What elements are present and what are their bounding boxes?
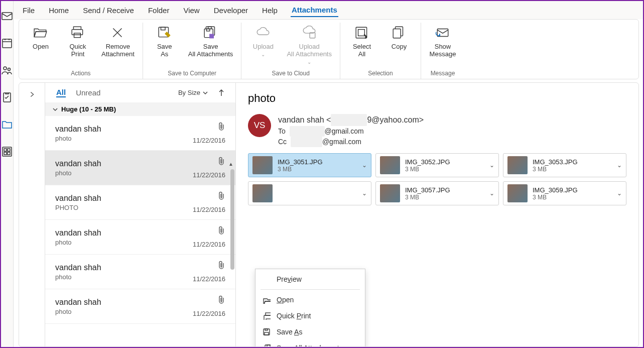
attachment-icon [217, 226, 225, 237]
menu-separator [261, 289, 360, 290]
attachment-chip[interactable]: IMG_3059.JPG3 MB⌄ [503, 181, 626, 205]
message-date: 11/22/2016 [193, 171, 225, 179]
attachment-chip[interactable]: IMG_3051.JPG3 MB⌄ [248, 153, 371, 177]
message-item[interactable]: vandan shahphoto11/22/2016 [45, 151, 235, 185]
svg-rect-19 [209, 34, 213, 38]
attachment-chip[interactable]: IMG_3053.JPG3 MB⌄ [503, 153, 626, 177]
attachment-filename: IMG_3053.JPG [533, 158, 612, 166]
ctx-item-label: Save As [277, 328, 302, 336]
attachment-size: 3 MB [533, 194, 612, 201]
open-label: Open [33, 43, 49, 50]
tab-help[interactable]: Help [261, 4, 279, 17]
attachment-size: 3 MB [405, 194, 484, 201]
ctx-preview[interactable]: Preview [255, 271, 365, 287]
people-icon[interactable] [1, 64, 13, 76]
tab-send-receive[interactable]: Send / Receive [82, 4, 135, 17]
attachment-chip[interactable]: IMG_3052.JPG3 MB⌄ [375, 153, 499, 177]
filter-all[interactable]: All [56, 88, 66, 97]
saveall-button[interactable]: SaveAll Attachments [188, 23, 233, 58]
ctx-open[interactable]: Open [255, 292, 365, 308]
svg-rect-12 [74, 33, 81, 38]
message-item[interactable]: vandan shahphoto11/22/2016 [45, 289, 235, 324]
message-item[interactable]: vandan shahphoto11/22/2016 [45, 116, 235, 151]
mail-icon[interactable] [1, 10, 13, 22]
tab-home[interactable]: Home [48, 4, 70, 17]
attachment-filename: IMG_3059.JPG [533, 186, 612, 194]
scroll-up-arrow[interactable]: ▲ [228, 161, 234, 167]
ribbon-group-label: Selection [368, 68, 393, 79]
ribbon-group-actions: OpenQuickPrintRemoveAttachmentActions [19, 23, 143, 79]
quickprint-button[interactable]: QuickPrint [64, 23, 91, 58]
attachment-size: 3 MB [278, 166, 357, 173]
message-item[interactable]: vandan shahPHOTO11/22/2016 [45, 185, 235, 220]
uploadall-button: UploadAll Attachments⌄ [287, 23, 332, 65]
chevron-down-icon[interactable]: ⌄ [362, 190, 367, 197]
ctx-quick-print[interactable]: Quick Print [255, 308, 365, 324]
nav-rail [1, 1, 14, 347]
chevron-down-icon[interactable]: ⌄ [489, 162, 494, 169]
attachment-filename: IMG_3051.JPG [278, 158, 357, 166]
showmsg-button[interactable]: ShowMessage [429, 23, 456, 58]
ctx-save-all-attachments-[interactable]: Save All Attachments... [255, 340, 365, 347]
svg-rect-1 [3, 39, 12, 48]
svg-rect-24 [393, 29, 401, 38]
upload-button: Upload⌄ [249, 23, 277, 58]
scrollbar-thumb[interactable] [230, 169, 234, 270]
sort-dropdown[interactable]: By Size [178, 89, 208, 96]
tab-attachments[interactable]: Attachments [291, 4, 338, 17]
message-list-pane: All Unread By Size Huge (10 - 25 MB) van… [45, 83, 236, 346]
chevron-down-icon[interactable]: ⌄ [489, 190, 494, 197]
message-item[interactable]: vandan shahphoto11/22/2016 [45, 255, 235, 289]
message-header-info: vandan shah <xxxxxxxxx9@yahoo.com> To xx… [278, 114, 424, 147]
tab-view[interactable]: View [182, 4, 200, 17]
svg-rect-33 [267, 345, 270, 347]
group-header-label: Huge (10 - 25 MB) [61, 105, 116, 113]
message-date: 11/22/2016 [193, 310, 225, 317]
uploadall-label: UploadAll Attachments⌄ [287, 43, 332, 65]
apps-icon[interactable] [1, 146, 13, 158]
attachment-chip[interactable]: IMG_3057.JPG3 MB⌄ [375, 181, 499, 205]
showmsg-label: ShowMessage [430, 43, 456, 58]
tab-developer[interactable]: Developer [213, 4, 249, 17]
saveas-button[interactable]: SaveAs [151, 23, 178, 58]
tasks-icon[interactable] [1, 91, 13, 103]
removeatt-button[interactable]: RemoveAttachment [101, 23, 135, 58]
folder-pane-collapse[interactable] [19, 83, 45, 346]
ribbon: OpenQuickPrintRemoveAttachmentActionsSav… [19, 19, 639, 79]
svg-rect-14 [161, 27, 165, 30]
ctx-item-label: Open [277, 296, 294, 304]
sender-avatar: VS [248, 114, 271, 137]
message-subject-preview: photo [55, 135, 187, 142]
group-header-huge[interactable]: Huge (10 - 25 MB) [45, 102, 235, 116]
attachment-thumbnail [252, 184, 273, 202]
chevron-down-icon[interactable]: ⌄ [362, 162, 367, 169]
attachment-filename: IMG_3057.JPG [405, 186, 484, 194]
attachment-context-menu: PreviewOpenQuick PrintSave AsSave All At… [255, 269, 365, 347]
folder-nav-icon[interactable] [1, 119, 13, 131]
message-sender: vandan shah [55, 159, 187, 168]
selectall-button[interactable]: SelectAll [348, 23, 375, 58]
ribbon-group-save-to-cloud: Upload⌄UploadAll Attachments⌄Save to Clo… [241, 23, 340, 79]
chevron-down-icon[interactable]: ⌄ [617, 190, 622, 197]
ctx-save-as[interactable]: Save As [255, 324, 365, 340]
calendar-icon[interactable] [1, 37, 13, 49]
attachment-filename: IMG_3052.JPG [405, 158, 484, 166]
svg-rect-26 [266, 313, 271, 315]
ribbon-group-message: ShowMessageMessage [421, 23, 464, 79]
attachment-thumbnail [507, 184, 528, 202]
tab-file[interactable]: File [22, 4, 36, 17]
message-item[interactable]: vandan shahphoto11/22/2016 [45, 220, 235, 255]
attachment-icon [217, 157, 225, 167]
open-button[interactable]: Open [27, 23, 54, 50]
filter-unread[interactable]: Unread [76, 88, 100, 97]
attachment-chip[interactable]: ⌄ [248, 181, 371, 205]
saveas-label: SaveAs [157, 43, 172, 58]
svg-rect-9 [8, 152, 10, 155]
tab-folder[interactable]: Folder [147, 4, 171, 17]
copy-button[interactable]: Copy [385, 23, 413, 50]
chevron-down-icon[interactable]: ⌄ [617, 162, 622, 169]
ribbon-group-selection: SelectAllCopySelection [340, 23, 421, 79]
sort-direction[interactable] [218, 89, 224, 96]
message-sender: vandan shah [55, 125, 187, 134]
content-area: All Unread By Size Huge (10 - 25 MB) van… [19, 82, 639, 347]
